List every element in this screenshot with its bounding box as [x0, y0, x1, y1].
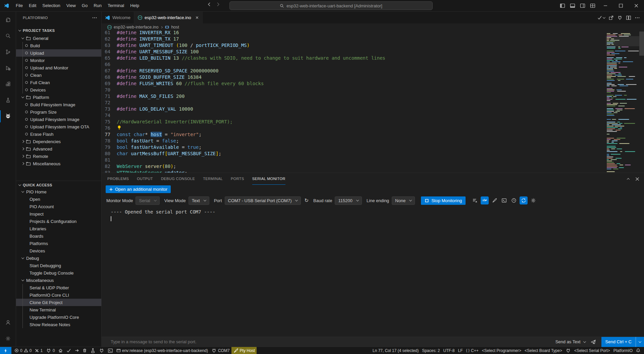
menu-selection[interactable]: Selection: [39, 1, 63, 10]
quick-pio-account[interactable]: PIO Account: [16, 203, 101, 210]
send-as-dropdown[interactable]: Send as Text: [555, 339, 596, 345]
status-pio-home[interactable]: [57, 347, 64, 354]
quick-new-terminal[interactable]: New Terminal: [16, 306, 101, 313]
menu-help[interactable]: Help: [127, 1, 142, 10]
task-monitor[interactable]: Monitor: [16, 57, 101, 64]
activitybar-extensions[interactable]: [0, 76, 16, 92]
quick-access-header[interactable]: QUICK ACCESS: [16, 181, 101, 189]
status-pio-serial-monitor[interactable]: [97, 347, 106, 354]
menu-run[interactable]: Run: [91, 1, 105, 10]
command-center-search[interactable]: esp32-web-interface-uart-backend [Admini…: [229, 1, 433, 10]
minimap-slider[interactable]: [606, 36, 639, 46]
activitybar-manage[interactable]: [0, 331, 16, 347]
task-advanced[interactable]: Advanced: [16, 145, 101, 153]
activitybar-explorer[interactable]: [0, 12, 16, 28]
status-problems[interactable]: 00: [13, 347, 33, 354]
quick-platforms[interactable]: Platforms: [16, 240, 101, 247]
quick-toggle-debug-console[interactable]: Toggle Debug Console: [16, 269, 101, 277]
window-close-icon[interactable]: [629, 0, 644, 12]
task-devices[interactable]: Devices: [16, 86, 101, 94]
breadcrumb-symbol[interactable]: host: [171, 25, 179, 30]
line-ending-select[interactable]: None: [392, 196, 415, 205]
task-build-filesystem-image[interactable]: Build Filesystem Image: [16, 101, 101, 108]
menu-view[interactable]: View: [63, 1, 79, 10]
open-changes-icon[interactable]: [608, 15, 614, 20]
project-tasks-header[interactable]: PROJECT TASKS: [16, 27, 101, 34]
activitybar-testing[interactable]: [0, 92, 16, 108]
quick-start-debugging[interactable]: Start Debugging: [16, 262, 101, 269]
more-actions-icon[interactable]: [635, 15, 640, 20]
baud-rate-select[interactable]: 115200: [335, 196, 362, 205]
panel-close-icon[interactable]: [635, 176, 640, 182]
quick-inspect[interactable]: Inspect: [16, 210, 101, 218]
serial-message-input[interactable]: [111, 339, 552, 344]
tab-welcome[interactable]: Welcome: [102, 12, 134, 23]
task-platform[interactable]: Platform: [16, 94, 101, 101]
toggle-autoscroll-icon[interactable]: ab: [481, 196, 489, 204]
breadcrumb[interactable]: esp32-web-interface.ino host: [102, 23, 644, 31]
code-editor[interactable]: 61#define INVERTER_RX 1662#define INVERT…: [102, 31, 644, 173]
layout-panel-icon[interactable]: [568, 0, 578, 12]
window-maximize-icon[interactable]: [613, 0, 629, 12]
quick-show-release-notes[interactable]: Show Release Notes: [16, 321, 101, 328]
task-full-clean[interactable]: Full Clean: [16, 79, 101, 86]
clear-output-icon[interactable]: [471, 196, 479, 204]
panel-tab-serial-monitor[interactable]: SERIAL MONITOR: [252, 173, 285, 185]
menu-go[interactable]: Go: [79, 1, 91, 10]
breadcrumb-file[interactable]: esp32-web-interface.ino: [114, 25, 158, 30]
quick-projects-configuration[interactable]: Projects & Configuration: [16, 218, 101, 225]
status-cursor-position[interactable]: Ln 77, Col 17 (4 selected): [371, 347, 420, 354]
go-forward-icon[interactable]: [215, 2, 221, 7]
status-pio-clean[interactable]: [81, 347, 89, 354]
status-serial-plug[interactable]: [564, 347, 573, 354]
status-com-port[interactable]: COM7: [210, 347, 231, 354]
quick-libraries[interactable]: Libraries: [16, 225, 101, 232]
status-pio-upload[interactable]: [73, 347, 81, 354]
serial-monitor-output[interactable]: ---- Opened the serial port COM7 ----: [102, 206, 644, 337]
quick-devices[interactable]: Devices: [16, 247, 101, 254]
view-mode-select[interactable]: Text: [189, 196, 209, 205]
task-upload-and-monitor[interactable]: Upload and Monitor: [16, 64, 101, 71]
activitybar-search[interactable]: [0, 28, 16, 44]
run-tasks-icon[interactable]: [597, 15, 605, 20]
status-platformio-label[interactable]: PlatformIO: [612, 347, 634, 354]
status-language-mode[interactable]: { }C++: [465, 347, 480, 354]
status-pio-test[interactable]: [89, 347, 97, 354]
task-upload-filesystem-image-ota[interactable]: Upload Filesystem Image OTA: [16, 123, 101, 130]
status-tools-count[interactable]: 1: [33, 347, 44, 354]
minimap[interactable]: [606, 31, 639, 173]
status-select-programmer[interactable]: <Select Programmer>: [480, 347, 523, 354]
activitybar-accounts[interactable]: [0, 314, 16, 331]
panel-maximize-icon[interactable]: [627, 178, 630, 181]
activitybar-run-and-debug[interactable]: [0, 60, 16, 76]
task-program-size[interactable]: Program Size: [16, 108, 101, 116]
quick-open[interactable]: Open: [16, 195, 101, 203]
activitybar-source-control[interactable]: [0, 44, 16, 60]
status-indentation[interactable]: Spaces: 2: [420, 347, 441, 354]
layout-sidebar-icon[interactable]: [557, 0, 568, 12]
monitor-settings-icon[interactable]: [529, 196, 537, 204]
task-clean[interactable]: Clean: [16, 71, 101, 79]
send-ctrl-c-button[interactable]: Send Ctrl + C: [601, 337, 644, 347]
quick-debug[interactable]: Debug: [16, 254, 101, 262]
menu-terminal[interactable]: Terminal: [105, 1, 127, 10]
send-message-icon[interactable]: [591, 339, 596, 345]
layout-secondary-sidebar-icon[interactable]: [578, 0, 588, 12]
status-select-board-type[interactable]: <Select Board Type>: [523, 347, 564, 354]
status-pty-host[interactable]: Pty Host: [231, 347, 257, 354]
serial-plotter-icon[interactable]: [490, 196, 498, 204]
customize-layout-icon[interactable]: [588, 0, 598, 12]
status-port-count[interactable]: 0: [44, 347, 57, 354]
status-notifications[interactable]: [634, 347, 642, 354]
tab-close-icon[interactable]: [195, 16, 199, 19]
quick-platformio-core-cli[interactable]: PlatformIO Core CLI: [16, 291, 101, 299]
plug-icon[interactable]: [617, 15, 623, 20]
monitor-mode-select[interactable]: Serial: [136, 196, 159, 205]
menu-file[interactable]: File: [13, 1, 26, 10]
task-dependencies[interactable]: Dependencies: [16, 138, 101, 145]
quick-upgrade-platformio-core[interactable]: Upgrade PlatformIO Core: [16, 313, 101, 321]
sidebar-more-actions-icon[interactable]: [92, 15, 97, 20]
task-erase-flash[interactable]: Erase Flash: [16, 130, 101, 138]
status-remote-indicator[interactable]: [0, 347, 11, 354]
menu-edit[interactable]: Edit: [26, 1, 39, 10]
